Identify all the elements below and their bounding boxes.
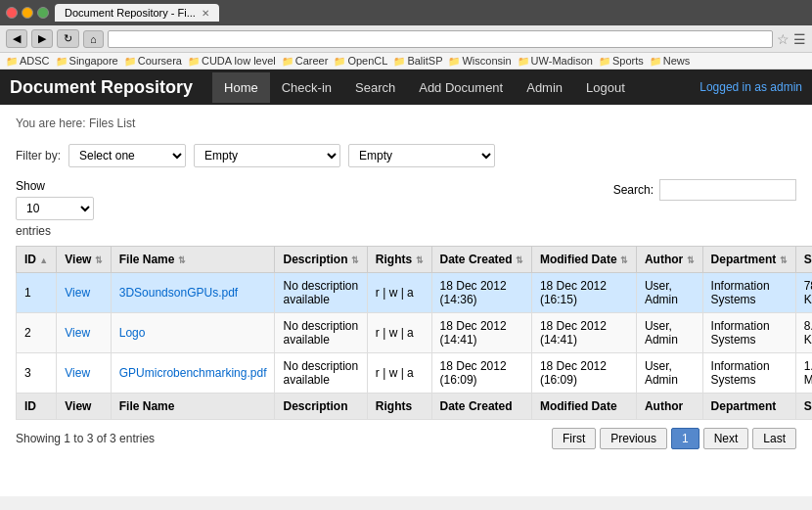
bookmark-sports[interactable]: 📁 Sports: [599, 55, 644, 67]
bookmark-wisconsin[interactable]: 📁 Wisconsin: [448, 55, 511, 67]
col-view[interactable]: View ⇅: [57, 247, 111, 273]
tab-bar: Document Repository - Fi... ✕: [55, 4, 806, 22]
bookmark-star-icon[interactable]: ☆: [777, 31, 789, 47]
cell-department: Information Systems: [702, 353, 795, 394]
forward-button[interactable]: ▶: [31, 29, 53, 48]
showing-label: Showing 1 to 3 of 3 entries: [16, 432, 155, 445]
table-row: 3 View GPUmicrobenchmarking.pdf No descr…: [17, 353, 813, 394]
cell-date-created: 18 Dec 2012 (14:36): [431, 273, 531, 313]
cell-author: User, Admin: [636, 273, 702, 313]
view-link[interactable]: View: [65, 286, 90, 300]
minimize-window-btn[interactable]: [22, 7, 33, 19]
nav-checkin[interactable]: Check-in: [270, 72, 343, 103]
cell-rights: r | w | a: [367, 353, 431, 394]
cell-size: 8.38 KB: [795, 313, 812, 353]
cell-department: Information Systems: [702, 273, 795, 313]
browser-tab[interactable]: Document Repository - Fi... ✕: [55, 4, 219, 22]
maximize-window-btn[interactable]: [37, 7, 49, 19]
menu-icon[interactable]: ☰: [793, 31, 806, 47]
view-link[interactable]: View: [65, 326, 90, 340]
filter-select-1[interactable]: Select one: [68, 144, 186, 167]
col-size[interactable]: Size ⇅: [795, 247, 812, 273]
cell-date-created: 18 Dec 2012 (16:09): [431, 353, 531, 394]
search-input[interactable]: [659, 179, 796, 201]
last-page-button[interactable]: Last: [752, 428, 796, 449]
bookmark-cuda[interactable]: 📁 CUDA low level: [188, 55, 276, 67]
bookmark-opencl[interactable]: 📁 OpenCL: [334, 55, 387, 67]
bookmark-news[interactable]: 📁 News: [650, 55, 691, 67]
back-button[interactable]: ◀: [6, 29, 27, 48]
prev-page-button[interactable]: Previous: [600, 428, 667, 449]
nav-menu: Home Check-in Search Add Document Admin …: [212, 72, 637, 103]
bookmark-adsc[interactable]: 📁 ADSC: [6, 55, 50, 67]
cell-id: 2: [17, 313, 57, 353]
col-modified-date[interactable]: Modified Date ⇅: [531, 247, 636, 273]
bookmarks-bar: 📁 ADSC 📁 Singapore 📁 Coursera 📁 CUDA low…: [0, 53, 812, 70]
col-description[interactable]: Description ⇅: [275, 247, 367, 273]
col-author[interactable]: Author ⇅: [636, 247, 702, 273]
cell-author: User, Admin: [636, 353, 702, 394]
cell-description: No description available: [275, 313, 367, 353]
logged-in-username: admin: [770, 80, 802, 94]
content-area: You are here: Files List Filter by: Sele…: [0, 105, 812, 496]
bookmark-coursera[interactable]: 📁 Coursera: [124, 55, 182, 67]
bookmark-balitsp[interactable]: 📁 BalitSP: [393, 55, 442, 67]
nav-admin[interactable]: Admin: [515, 72, 574, 103]
cell-modified-date: 18 Dec 2012 (16:15): [531, 273, 636, 313]
home-button[interactable]: ⌂: [83, 30, 104, 48]
filter-select-3[interactable]: Empty: [348, 144, 495, 167]
cell-rights: r | w | a: [367, 273, 431, 313]
filename-link[interactable]: Logo: [119, 326, 146, 340]
bookmark-uwmadison[interactable]: 📁 UW-Madison: [518, 55, 593, 67]
cell-view: View: [57, 313, 111, 353]
view-link[interactable]: View: [65, 366, 90, 380]
filter-select-2[interactable]: Empty: [194, 144, 340, 167]
show-search-row: Show 10 25 50 100 Search:: [16, 179, 796, 220]
show-label: Show: [16, 179, 94, 193]
address-input[interactable]: 192.168.0.110/docrepo/out.php: [108, 30, 773, 48]
bookmark-career[interactable]: 📁 Career: [282, 55, 329, 67]
tab-close-icon[interactable]: ✕: [202, 8, 209, 19]
nav-search[interactable]: Search: [343, 72, 407, 103]
folder-icon: 📁: [6, 56, 18, 67]
show-select[interactable]: 10 25 50 100: [16, 197, 94, 220]
show-group: Show 10 25 50 100: [16, 179, 94, 220]
folder-icon: 📁: [282, 56, 293, 67]
nav-add-document[interactable]: Add Document: [407, 72, 515, 103]
logged-in-info: Logged in as admin: [699, 80, 802, 94]
cell-size: 780 KB: [795, 273, 812, 313]
filename-link[interactable]: 3DSoundsonGPUs.pdf: [119, 286, 238, 300]
first-page-button[interactable]: First: [552, 428, 596, 449]
table-row: 2 View Logo No description available r |…: [17, 313, 813, 353]
folder-icon: 📁: [448, 56, 460, 67]
nav-home[interactable]: Home: [212, 72, 270, 103]
pagination-row: Showing 1 to 3 of 3 entries First Previo…: [16, 428, 796, 449]
nav-logout[interactable]: Logout: [574, 72, 637, 103]
reload-button[interactable]: ↻: [57, 29, 79, 48]
current-page-button[interactable]: 1: [671, 428, 699, 449]
folder-icon: 📁: [124, 56, 136, 67]
filename-link[interactable]: GPUmicrobenchmarking.pdf: [119, 366, 267, 380]
search-label: Search:: [613, 183, 654, 197]
browser-toolbar: ◀ ▶ ↻ ⌂ 192.168.0.110/docrepo/out.php ☆ …: [0, 25, 812, 53]
breadcrumb: You are here: Files List: [16, 116, 796, 130]
col-id[interactable]: ID ▲: [17, 247, 57, 273]
folder-icon: 📁: [56, 56, 68, 67]
folder-icon: 📁: [393, 56, 405, 67]
col-department[interactable]: Department ⇅: [702, 247, 795, 273]
col-date-created[interactable]: Date Created ⇅: [431, 247, 531, 273]
bookmark-singapore[interactable]: 📁 Singapore: [56, 55, 118, 67]
window-buttons: [6, 7, 49, 19]
tab-title: Document Repository - Fi...: [65, 7, 196, 19]
cell-author: User, Admin: [636, 313, 702, 353]
col-filename[interactable]: File Name ⇅: [111, 247, 275, 273]
col-rights[interactable]: Rights ⇅: [367, 247, 431, 273]
cell-description: No description available: [275, 273, 367, 313]
cell-filename: GPUmicrobenchmarking.pdf: [111, 353, 275, 394]
folder-icon: 📁: [518, 56, 529, 67]
next-page-button[interactable]: Next: [703, 428, 749, 449]
folder-icon: 📁: [188, 56, 200, 67]
cell-description: No description available: [275, 353, 367, 394]
close-window-btn[interactable]: [6, 7, 18, 19]
app-title: Document Repository: [10, 77, 193, 98]
